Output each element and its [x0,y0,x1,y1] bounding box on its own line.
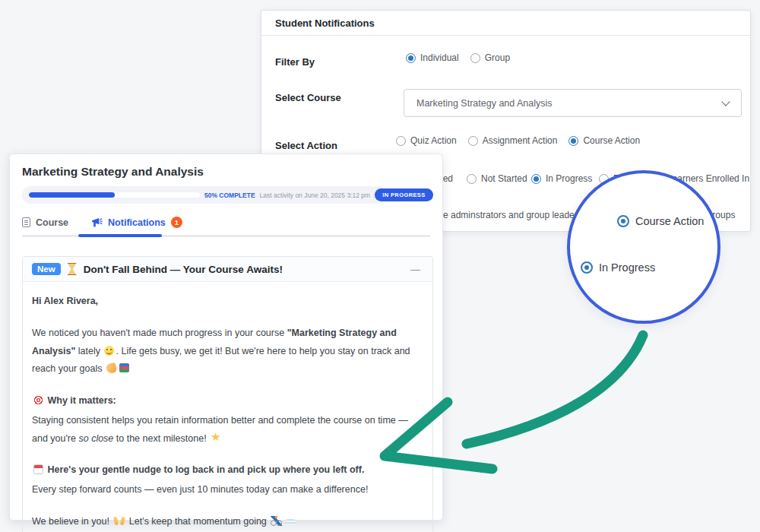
message-paragraph: Every step forward counts — even just 10… [32,481,423,499]
text-segment: Let's keep that momentum going [126,516,269,527]
magnified-course-action-option: Course Action [617,215,704,227]
radio-icon [470,53,480,63]
radio-option-not-started[interactable]: Not Started [467,173,527,184]
radio-option-individual[interactable]: Individual [406,52,459,63]
notification-title: Don't Fall Behind — Your Course Awaits! [84,264,402,275]
chevron-down-icon [721,97,730,106]
radio-label: Group [485,52,510,63]
flex-emoji [106,363,117,374]
collapse-button[interactable]: — [407,264,423,275]
course-title: Marketing Strategy and Analysis [22,165,430,179]
tab-label: Course [36,217,68,228]
radio-icon [406,53,416,63]
radio-label: Course adminstrators and group leaders [419,210,582,220]
radio-icon [468,136,478,146]
text-segment: so close [78,433,113,444]
message-paragraph: Why it matters: [32,392,423,410]
radio-option-in-progress[interactable]: In Progress [531,173,592,184]
radio-icon [467,174,477,184]
progress-fill [29,192,115,198]
text-segment: Every step forward counts — even just 10… [32,484,368,495]
radio-icon [568,136,578,146]
books-emoji [119,363,129,372]
radio-option-assignment-action[interactable]: Assignment Action [468,135,558,146]
magnified-option-label: Course Action [635,215,704,227]
course-select-value: Marketing Strategy and Analysis [416,98,553,109]
last-activity: Last activity on June 20, 2025 3:12 pm [260,192,371,199]
message-paragraph: Here's your gentle nudge to log back in … [32,461,423,480]
radio-icon [581,261,593,274]
notification-count-badge: 1 [171,217,182,228]
active-tab-indicator [78,234,162,237]
progress-percent: 50% COMPLETE [204,192,255,199]
message-paragraph: Staying consistent helps you retain info… [32,412,423,448]
text-segment: to the next milestone! [113,433,209,444]
text-segment: Hi Alex Rivera, [32,296,98,306]
radio-label: Not Started [481,173,527,184]
text-segment: Here's your gentle nudge to log back in … [45,464,364,475]
tab-label: Notifications [108,217,166,228]
radio-icon [617,215,629,227]
dash-emoji [285,519,296,525]
star-emoji [211,433,222,443]
message-paragraph: We noticed you haven't made much progres… [32,325,423,378]
panel-title: Student Notifications [275,17,375,29]
radio-option-group[interactable]: Group [470,52,510,63]
hourglass-emoji [68,263,77,275]
course-card: Marketing Strategy and Analysis 50% COMP… [9,154,443,521]
page-background: Student Notifications Filter By Individu… [0,0,760,532]
select-action-label: Select Action [275,140,337,151]
radio-label: In Progress [546,173,592,184]
text-segment: Why it matters: [45,395,116,406]
tab-course[interactable]: Course [22,217,68,228]
course-select[interactable]: Marketing Strategy and Analysis [404,89,742,117]
notification-message: New Don't Fall Behind — Your Course Awai… [22,256,433,532]
filter-by-options: IndividualGroup [406,52,510,63]
calendar-emoji [33,464,43,474]
select-action-options: Quiz ActionAssignment ActionCourse Actio… [396,135,640,146]
notification-body: Hi Alex Rivera,We noticed you haven't ma… [23,282,432,532]
radio-icon [531,174,541,184]
text-segment: We noticed you haven't made much progres… [32,328,287,338]
radio-option-course-action[interactable]: Course Action [568,135,640,146]
tab-notifications[interactable]: Notifications 1 [91,217,182,228]
magnifier-circle: Course Action In Progress [567,170,720,324]
magnified-in-progress-option: In Progress [581,261,655,274]
new-badge: New [32,263,61,275]
magnified-option-label: In Progress [599,261,655,274]
progress-bar: 50% COMPLETE Last activity on June 20, 2… [22,186,387,204]
text-segment: We believe in you! [32,516,112,527]
cyclist-emoji [271,516,282,526]
select-course-label: Select Course [275,92,341,103]
radio-label: Assignment Action [483,135,558,146]
megaphone-icon [91,217,103,228]
message-paragraph: Hi Alex Rivera, [32,293,423,311]
tab-bar: Course Notifications 1 [22,217,430,228]
raised-hands-emoji [113,516,125,526]
progress-track [29,192,200,198]
radio-label: Individual [420,52,459,63]
divider [261,35,750,36]
radio-icon [396,136,406,146]
tab-underline [22,235,430,237]
text-segment: lately [75,346,103,356]
radio-label: Course Action [583,135,640,146]
status-badge: IN PROGRESS [375,188,433,201]
notification-header: New Don't Fall Behind — Your Course Awai… [23,257,432,282]
document-icon [22,217,30,227]
sweat-smile-emoji [104,346,114,356]
radio-label: Quiz Action [410,135,457,146]
filter-by-label: Filter By [275,56,315,68]
dart-emoji [33,395,43,405]
radio-option-quiz-action[interactable]: Quiz Action [396,135,457,146]
message-paragraph: We believe in you! Let's keep that momen… [32,513,423,531]
